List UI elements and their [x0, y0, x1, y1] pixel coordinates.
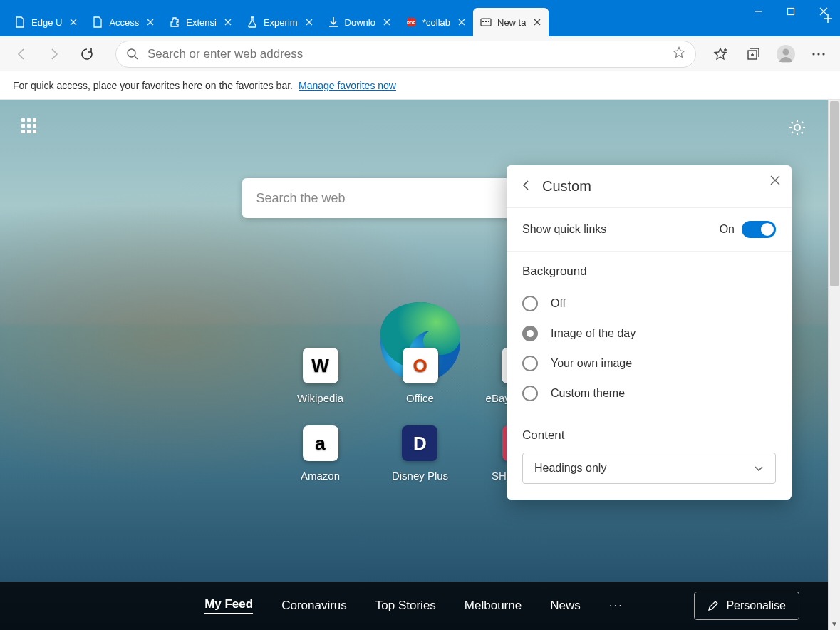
- tab-label: Extensi: [186, 17, 217, 28]
- svg-rect-6: [788, 9, 794, 15]
- page-settings-gear-icon[interactable]: [788, 118, 807, 140]
- quick-link-icon: a: [303, 425, 338, 461]
- quick-link-icon: D: [402, 425, 437, 461]
- personalise-label: Personalise: [726, 599, 786, 612]
- ntp-search-placeholder: Search the web: [256, 191, 346, 206]
- refresh-button[interactable]: [73, 40, 101, 68]
- custom-settings-panel: Custom Show quick links On Background Of…: [507, 165, 792, 500]
- app-launcher-icon[interactable]: [21, 118, 36, 140]
- content-dropdown-value: Headings only: [534, 462, 606, 475]
- tab[interactable]: New ta: [473, 8, 549, 36]
- tab[interactable]: Edge U: [7, 8, 85, 36]
- quick-link-icon: W: [303, 348, 338, 383]
- personalise-button[interactable]: Personalise: [694, 592, 799, 620]
- tab[interactable]: PDF*collab: [398, 8, 473, 36]
- tab-close-button[interactable]: [381, 16, 393, 28]
- tab-close-button[interactable]: [304, 16, 315, 28]
- toolbar: [0, 36, 840, 71]
- tab[interactable]: Access: [85, 8, 162, 36]
- window-controls: [742, 0, 840, 23]
- svg-rect-4: [485, 21, 487, 22]
- address-input[interactable]: [147, 47, 664, 61]
- tab[interactable]: Downlo: [321, 8, 398, 36]
- settings-menu-button[interactable]: [804, 40, 833, 68]
- radio-icon: [522, 326, 538, 341]
- background-option[interactable]: Custom theme: [522, 378, 776, 408]
- quick-link-label: Office: [406, 392, 434, 404]
- show-quick-links-label: Show quick links: [522, 223, 606, 236]
- close-window-button[interactable]: [807, 0, 840, 23]
- tab-close-button[interactable]: [456, 16, 467, 28]
- scroll-down-arrow[interactable]: ▼: [829, 618, 840, 630]
- tab-label: Edge U: [31, 17, 62, 28]
- tab-close-button[interactable]: [222, 16, 234, 28]
- chevron-down-icon: [754, 463, 764, 473]
- download-icon: [328, 16, 339, 28]
- ntp-icon: [480, 16, 492, 28]
- tab-close-button[interactable]: [68, 16, 79, 28]
- manage-favorites-link[interactable]: Manage favorites now: [299, 80, 396, 91]
- feed-tab[interactable]: My Feed: [204, 597, 253, 614]
- favorites-button[interactable]: [706, 40, 735, 68]
- tab-label: Downlo: [345, 17, 375, 28]
- background-option[interactable]: Off: [522, 289, 776, 319]
- svg-point-12: [817, 53, 819, 55]
- back-button[interactable]: [7, 40, 36, 68]
- svg-point-13: [822, 53, 824, 55]
- svg-text:PDF: PDF: [407, 21, 415, 25]
- radio-icon: [522, 356, 538, 371]
- quick-link[interactable]: DDisney Plus: [392, 425, 448, 482]
- maximize-button[interactable]: [774, 0, 807, 23]
- background-option-label: Off: [551, 297, 566, 310]
- tab-label: Access: [109, 17, 139, 28]
- quick-link-label: Wikipedia: [297, 392, 343, 404]
- extension-icon: [169, 16, 180, 28]
- background-option-label: Image of the day: [551, 327, 636, 340]
- tab-label: New ta: [497, 17, 526, 28]
- feed-tab[interactable]: Top Stories: [375, 599, 436, 613]
- panel-back-button[interactable]: [521, 180, 531, 193]
- tab-close-button[interactable]: [145, 16, 156, 28]
- tab-label: Experim: [264, 17, 298, 28]
- svg-rect-3: [482, 21, 484, 22]
- search-icon: [126, 48, 139, 61]
- forward-button[interactable]: [40, 40, 68, 68]
- quick-link[interactable]: aAmazon: [301, 425, 340, 482]
- feed-more-button[interactable]: ···: [609, 599, 623, 613]
- address-bar[interactable]: [115, 41, 696, 68]
- toggle-state-text: On: [720, 223, 735, 236]
- background-option[interactable]: Image of the day: [522, 319, 776, 348]
- title-bar: Edge UAccessExtensiExperimDownloPDF*coll…: [0, 0, 840, 36]
- svg-point-14: [794, 125, 800, 130]
- feed-tab[interactable]: Coronavirus: [281, 599, 347, 613]
- minimize-button[interactable]: [742, 0, 774, 23]
- content-dropdown[interactable]: Headings only: [522, 453, 776, 484]
- feed-tab[interactable]: Melbourne: [465, 599, 522, 613]
- favorites-bar: For quick access, place your favorites h…: [0, 71, 840, 100]
- tab[interactable]: Extensi: [162, 8, 239, 36]
- background-option-label: Custom theme: [551, 387, 625, 400]
- background-option-label: Your own image: [551, 357, 632, 370]
- tab-close-button[interactable]: [532, 16, 543, 28]
- vertical-scrollbar[interactable]: ▲ ▼: [828, 100, 840, 630]
- favorite-star-icon[interactable]: [673, 46, 685, 62]
- tab[interactable]: Experim: [239, 8, 321, 36]
- tab-label: *collab: [422, 17, 450, 28]
- background-section-title: Background: [522, 264, 776, 279]
- collections-button[interactable]: [739, 40, 767, 68]
- quick-link[interactable]: OOffice: [403, 348, 438, 404]
- show-quick-links-toggle[interactable]: [742, 221, 776, 238]
- content-section-title: Content: [522, 428, 776, 443]
- svg-point-11: [812, 53, 814, 55]
- background-option[interactable]: Your own image: [522, 348, 776, 378]
- quick-link-label: Amazon: [301, 470, 340, 482]
- quick-link-label: Disney Plus: [392, 470, 448, 482]
- feed-tab[interactable]: News: [550, 599, 581, 613]
- quick-link[interactable]: WWikipedia: [297, 348, 343, 404]
- scroll-thumb[interactable]: [830, 101, 839, 286]
- radio-icon: [522, 296, 538, 311]
- panel-close-button[interactable]: [770, 175, 780, 188]
- profile-button[interactable]: [772, 40, 800, 68]
- svg-point-7: [128, 49, 135, 57]
- svg-rect-5: [488, 21, 489, 22]
